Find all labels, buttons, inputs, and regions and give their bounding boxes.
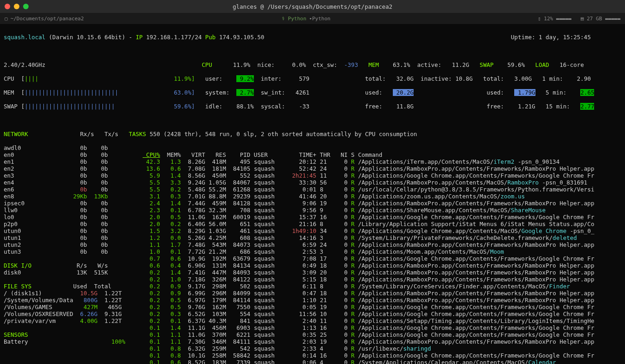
table-row: ipsec0 0b 0b 2.4 1.4 7.44G 459M 84128 sq…	[4, 200, 621, 207]
table-row: lo0 0b 0b 2.0 0.5 11.0G 162M 60019 squas…	[4, 214, 621, 221]
table-row: en3 0b 0b 5.9 1.4 8.56G 450M 552 squash …	[4, 172, 621, 179]
disk-icon: ▤ 27 GB ▬▬▬▬▬	[581, 15, 620, 22]
window-titlebar: glances @ /Users/squash/Documents/opt/pa…	[0, 0, 625, 13]
table-row: /System/Volumes/Data 800G 1.22T 0.2 0.5 …	[4, 297, 621, 304]
battery-icon: ▯ 12% ▬▬▬▬▬	[538, 15, 571, 22]
window-title: glances @ /Users/squash/Documents/opt/pa…	[233, 3, 392, 10]
folder-icon: ▢	[5, 15, 8, 22]
table-row: utun0 0b 0b 1.5 3.2 8.29G 1.03G 461 squa…	[4, 227, 621, 234]
summary-row-2: CPU [|||| 11.9%] user: 9.2% inter: 579 t…	[4, 75, 621, 82]
python-label-2: Python	[312, 15, 331, 22]
table-row: utun1 0b 0b 1.2 0.0 5.26G 4.25M 608 squa…	[4, 234, 621, 241]
table-row: 0.1 0.8 10.1G 258M 58842 squash 0:14 16 …	[4, 352, 621, 359]
table-row: en2 0b 0b 13.6 0.6 7.08G 181M 84105 squa…	[4, 165, 621, 172]
summary-row-1: 2.40/2.40GHz CPU 11.9% nice: 0.0% ctx_sw…	[4, 61, 621, 68]
table-row: llw0 0b 0b 2.3 0.1 6.78G 32.3M 708 squas…	[4, 207, 621, 214]
table-row: en0 0b 0b CPU% MEM% VIRT RES PID USER TI…	[4, 151, 621, 158]
summary-row-3: MEM [||||||||||||||||||||||||||| 63.0%] …	[4, 89, 621, 96]
minimize-window-button[interactable]	[14, 4, 19, 9]
table-row: p2p0 0b 0b 2.0 0.2 6.40G 56.0M 651 squas…	[4, 221, 621, 227]
table-row: SENSORS 0.1 1.1 11.0G 370M 6221 squash 0…	[4, 331, 621, 338]
bullet-icon: •	[309, 15, 312, 22]
maximize-window-button[interactable]	[23, 4, 29, 9]
host-header: squash.local (Darwin 10.15.6 64bit) - IP…	[4, 34, 621, 41]
table-row: FILE SYS Used Total 0.2 0.9 9.17G 298M 5…	[4, 283, 621, 290]
table-row: 0.1 0.8 6.32G 259M 542 squash 2:33 4 0 R…	[4, 345, 621, 352]
table-row: Battery 100% 0.1 1.1 7.30G 346M 84111 sq…	[4, 338, 621, 345]
table-row: disk0 13K 515K 0.2 1.4 7.41G 447M 84093 …	[4, 269, 621, 276]
close-window-button[interactable]	[5, 4, 10, 9]
table-row: utun2 0b 0b 1.1 1.7 7.48G 543M 84073 squ…	[4, 241, 621, 248]
summary-row-4: SWAP [|||||||||||||||||||||||||| 59.6%] …	[4, 103, 621, 110]
table-row: en4 0b 0b 5.5 3.3 9.24G 1.05G 84067 squa…	[4, 179, 621, 186]
cwd-path: ~/Documents/opt/panacea2	[11, 15, 84, 22]
table-row: /private/var/vm 4.00G 1.22T 0.2 0.1 6.37…	[4, 317, 621, 324]
python-label-1: ⚕ Python	[282, 15, 306, 22]
table-row: utun3 0b 0b 1.0 0.1 7.72G 21.2M 686 squa…	[4, 248, 621, 255]
table-row: 0.1 1.4 11.1G 456M 6903 squash 1:13 16 0…	[4, 324, 621, 331]
table-row: en6 0b 0b 5.5 0.2 5.48G 55.2M 61268 squa…	[4, 186, 621, 193]
table-row: /Volumes/GAMES 427M 465G 0.2 0.5 9.76G 1…	[4, 304, 621, 310]
table-row: awdl0 0b 0b	[4, 144, 621, 151]
table-row: 0.7 0.6 10.9G 192M 63679 squash 7:08 17 …	[4, 255, 621, 262]
table-row: /Volumes/OSXRESERVED 6.26G 9.31G 0.2 0.3…	[4, 310, 621, 317]
terminal-content[interactable]: squash.local (Darwin 10.15.6 64bit) - IP…	[0, 24, 625, 364]
table-row: 0.2 1.0 7.18G 326M 84122 squash 5:15 18 …	[4, 276, 621, 283]
table-row: en1 0b 0b 42.3 1.3 8.26G 418M 495 squash…	[4, 158, 621, 165]
table-row: / (disk1s1) 10.5G 1.22T 0.2 0.9 6.99G 29…	[4, 290, 621, 297]
table-row: DISK I/O R/s W/s 0.6 0.4 6.90G 131M 8413…	[4, 262, 621, 269]
editor-toolbar: ▢ ~/Documents/opt/panacea2 ⚕ Python • Py…	[0, 13, 625, 24]
table-row: en8 29Kb 13Kb 3.1 0.3 7.01G 88.8M 29239 …	[4, 193, 621, 200]
tasks-header: NETWORK Rx/s Tx/s TASKS 550 (2428 thr), …	[4, 131, 621, 137]
table-row: 0.1 0.6 8.52G 183M 7339 squash 0:06 4 0 …	[4, 359, 621, 364]
